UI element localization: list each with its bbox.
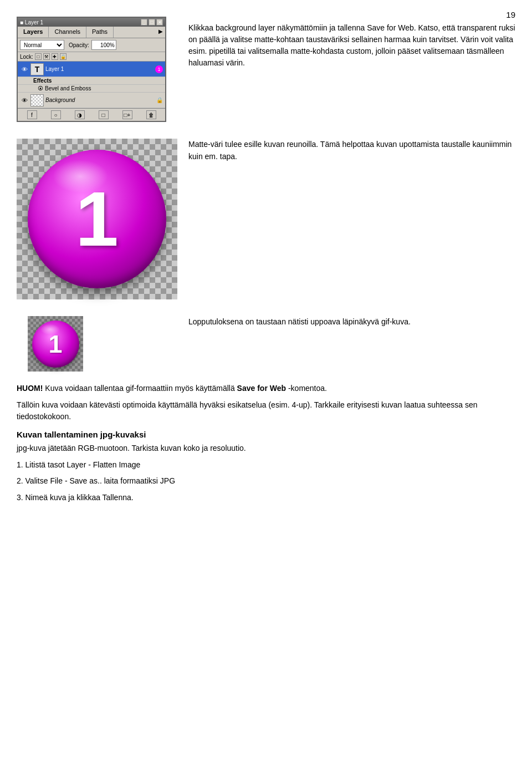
text-block-1: Klikkaa background layer näkymättömiin j… (188, 17, 515, 122)
ps-styles-button[interactable]: f (27, 110, 37, 119)
large-button-container: 1 (17, 139, 177, 299)
section-middle: 1 Matte-väri tulee esille kuvan reunoill… (0, 133, 532, 311)
ps-new-layer-button[interactable]: □+ (122, 110, 132, 119)
layer-name-layer1: Layer 1 (45, 66, 154, 72)
lock-label: Lock: (20, 54, 33, 60)
paragraph-2: Matte-väri tulee esille kuvan reunoilla.… (188, 139, 515, 162)
lock-all-icon[interactable]: 🔒 (60, 53, 66, 60)
section-small: 1 Lopputuloksena on taustaan nätisti upp… (0, 311, 532, 383)
tab-channels[interactable]: Channels (49, 27, 86, 38)
lock-position-icon[interactable]: ✚ (52, 53, 58, 60)
ps-panel-tabs: Layers Channels Paths ▶ (18, 27, 165, 38)
list-item-3: 3. Nimeä kuva ja klikkaa Tallenna. (17, 492, 515, 504)
ps-layers-panel: ■ Layer 1 _ □ ✕ Layers Channels Paths ▶ … (17, 17, 166, 122)
paragraph-4b: -komentoa. (286, 384, 327, 393)
small-button-container: 1 (17, 316, 177, 372)
small-button-number: 1 (48, 332, 62, 357)
list-item-1: 1. Litistä tasot Layer - Flatten Image (17, 459, 515, 471)
large-button-number: 1 (75, 180, 119, 258)
ps-panel-container: ■ Layer 1 _ □ ✕ Layers Channels Paths ▶ … (17, 17, 177, 122)
save-for-web-text: Save for Web (237, 384, 286, 393)
paragraph-1: Klikkaa background layer näkymättömiin j… (188, 22, 515, 69)
large-pink-button: 1 (28, 150, 166, 288)
lock-image-icon[interactable]: ⚒ (43, 53, 50, 60)
text-block-2: Matte-väri tulee esille kuvan reunoilla.… (188, 139, 515, 167)
visibility-icon-layer1[interactable]: 👁 (20, 65, 29, 74)
ps-bottom-icons: f ○ ◑ □ □+ 🗑 (18, 108, 165, 121)
ps-panel-titlebar: ■ Layer 1 _ □ ✕ (18, 18, 165, 27)
layer-row-background[interactable]: 👁 Background 🔒 (18, 93, 165, 108)
checkered-background-large: 1 (17, 139, 177, 299)
ps-panel-title: ■ Layer 1 (20, 19, 43, 26)
effect-name: Bevel and Emboss (45, 85, 91, 91)
paragraph-5: Tällöin kuva voidaan kätevästi optimoida… (17, 399, 515, 423)
tab-paths[interactable]: Paths (86, 27, 114, 38)
section-top: ■ Layer 1 _ □ ✕ Layers Channels Paths ▶ … (0, 0, 532, 133)
page-number: 19 (506, 10, 515, 19)
ps-mask-button[interactable]: ○ (51, 110, 61, 119)
effects-label: Effects (33, 78, 52, 84)
small-pink-button: 1 (32, 321, 79, 368)
maximize-button[interactable]: □ (149, 19, 155, 26)
minimize-button[interactable]: _ (141, 19, 147, 26)
text-block-3: Lopputuloksena on taustaan nätisti uppoa… (188, 316, 515, 333)
visibility-icon-bg[interactable]: 👁 (20, 96, 29, 105)
ps-panel-menu-button[interactable]: ▶ (156, 27, 165, 38)
tab-layers[interactable]: Layers (18, 27, 49, 38)
opacity-label: Opacity: (69, 42, 89, 48)
paragraph-4a: Kuva voidaan tallentaa gif-formaattiin m… (43, 384, 237, 393)
layer-row-layer1[interactable]: 👁 T Layer 1 1 (18, 62, 165, 77)
ps-adjustment-button[interactable]: ◑ (75, 110, 85, 119)
effect-bevel-emboss[interactable]: ⦿ Bevel and Emboss (18, 85, 165, 93)
ps-layers-area: 👁 T Layer 1 1 Effects ⦿ Bevel and Emboss (18, 62, 165, 108)
paragraph-3: Lopputuloksena on taustaan nätisti uppoa… (188, 316, 515, 328)
ps-blend-opacity-row: Normal Opacity: (18, 38, 165, 52)
section-heading-jpg: Kuvan tallentaminen jpg-kuvaksi (17, 430, 515, 439)
layer-name-bg: Background (45, 97, 155, 103)
layer-type-indicator: T (35, 65, 40, 74)
bg-lock-icon: 🔒 (156, 97, 163, 103)
huom-label: HUOM! (17, 384, 43, 393)
ps-delete-button[interactable]: 🗑 (146, 110, 156, 119)
section-text-body: HUOM! Kuva voidaan tallentaa gif-formaat… (0, 383, 532, 517)
blend-mode-select[interactable]: Normal (20, 40, 64, 50)
layer-thumb-layer1: T (30, 63, 44, 75)
checkered-background-small: 1 (28, 316, 83, 372)
lock-transparent-icon[interactable]: □ (35, 53, 42, 60)
layer-badge-1: 1 (155, 65, 163, 73)
list-item-2: 2. Valitse File - Save as.. laita formaa… (17, 475, 515, 487)
effects-row: Effects (18, 77, 165, 85)
ps-panel-win-controls: _ □ ✕ (141, 19, 163, 26)
ps-group-button[interactable]: □ (99, 110, 109, 119)
close-button[interactable]: ✕ (156, 19, 163, 26)
paragraph-huom: HUOM! Kuva voidaan tallentaa gif-formaat… (17, 383, 515, 395)
layer-thumb-bg (30, 94, 44, 106)
paragraph-6: jpg-kuva jätetään RGB-muotoon. Tarkista … (17, 443, 515, 455)
effect-icon: ⦿ (38, 85, 43, 91)
ps-lock-row: Lock: □ ⚒ ✚ 🔒 (18, 52, 165, 62)
opacity-input[interactable] (91, 40, 116, 50)
